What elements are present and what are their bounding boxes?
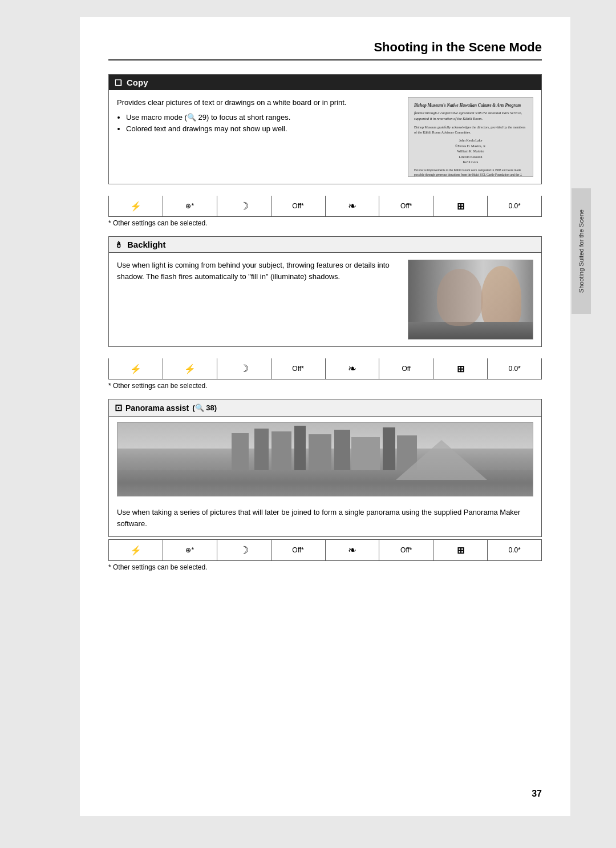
panorama-desc-text: Use when taking a series of pictures tha… xyxy=(117,508,520,528)
pan-setting-timer: ☽ xyxy=(217,540,271,560)
backlight-note-text: Other settings can be selected. xyxy=(113,382,207,390)
museum-subtitle: funded through a cooperative agreement w… xyxy=(414,110,527,122)
copy-text: Provides clear pictures of text or drawi… xyxy=(117,97,399,177)
exp-icon-pan: ⊞ xyxy=(457,545,464,556)
backlight-section: 🕯 Backlight Use when light is coming fro… xyxy=(108,236,542,347)
copy-setting-timer: ☽ xyxy=(217,196,271,216)
backlight-section-header: 🕯 Backlight xyxy=(109,237,541,253)
timer-icon: ☽ xyxy=(240,200,249,212)
backlight-section-content: Use when light is coming from behind you… xyxy=(109,253,541,346)
flash-icon: ⚡ xyxy=(130,201,141,212)
exp-icon: ⊞ xyxy=(457,201,464,212)
pan-setting-macro-val: Off* xyxy=(379,540,433,560)
panorama-note-text: Other settings can be selected. xyxy=(113,563,207,571)
panorama-description: Use when taking a series of pictures tha… xyxy=(109,502,541,536)
copy-setting-exp: ⊞ xyxy=(433,196,488,216)
copy-icon: ❏ xyxy=(115,78,122,87)
backlight-setting-timer: ☽ xyxy=(217,358,271,379)
museum-names: John Keola Lake ©Ferres D. Masiva, Jr. W… xyxy=(414,138,527,165)
copy-header-label: Copy xyxy=(127,78,148,87)
copy-setting-macro-val: Off* xyxy=(379,196,433,216)
copy-settings-bar: ⚡ ⊕* ☽ Off* ❧ Off* ⊞ 0.0* xyxy=(108,196,542,217)
copy-note: * Other settings can be selected. xyxy=(108,219,542,227)
exp-icon-bl: ⊞ xyxy=(457,364,464,374)
backlight-header-label: Backlight xyxy=(127,240,166,249)
pan-setting-timer-val: Off* xyxy=(271,540,326,560)
copy-setting-exp-val: 0.0* xyxy=(488,196,541,216)
backlight-description: Use when light is coming from behind you… xyxy=(117,260,399,282)
copy-setting-timer-val: Off* xyxy=(271,196,326,216)
backlight-setting-exp-val: 0.0* xyxy=(488,358,541,379)
wb-icon: ⊕* xyxy=(185,202,194,210)
macro-icon-bl: ❧ xyxy=(348,362,356,375)
panorama-asterisk: * xyxy=(108,563,113,571)
panorama-image xyxy=(117,422,533,496)
timer-icon-bl: ☽ xyxy=(240,362,249,375)
page-title: Shooting in the Scene Mode xyxy=(108,40,542,60)
copy-image: Bishop Museum's Native Hawaiian Culture … xyxy=(408,97,533,177)
copy-setting-flash: ⚡ xyxy=(109,196,163,216)
panorama-icon: ⊡ xyxy=(115,402,122,413)
panorama-section-header: ⊡ Panorama assist (🔍 38) xyxy=(109,399,541,417)
panorama-image-container xyxy=(109,417,541,502)
copy-section-header: ❏ Copy xyxy=(109,75,541,90)
museum-title: Bishop Museum's Native Hawaiian Culture … xyxy=(414,102,527,108)
copy-asterisk: * xyxy=(108,219,113,227)
backlight-icon: 🕯 xyxy=(115,240,123,249)
backlight-setting-macro: ❧ xyxy=(326,358,380,379)
sidebar-tab-label: Shooting Suited for the Scene xyxy=(577,209,585,293)
pan-setting-flash: ⚡ xyxy=(109,540,163,560)
pan-setting-exp: ⊞ xyxy=(433,540,488,560)
backlight-setting-exp: ⊞ xyxy=(433,358,488,379)
museum-body: Bishop Museum gratefully acknowledges th… xyxy=(414,125,527,136)
copy-section-content: Provides clear pictures of text or drawi… xyxy=(109,90,541,184)
macro-icon: ❧ xyxy=(348,200,356,212)
panorama-section: ⊡ Panorama assist (🔍 38) xyxy=(108,399,542,537)
backlight-asterisk: * xyxy=(108,382,113,390)
backlight-settings-bar: ⚡ ⚡ ☽ Off* ❧ Off ⊞ 0.0* xyxy=(108,358,542,379)
wb-icon-pan: ⊕* xyxy=(185,546,194,554)
pan-setting-exp-val: 0.0* xyxy=(488,540,541,560)
backlight-setting-flash2: ⚡ xyxy=(163,358,217,379)
copy-section: ❏ Copy Provides clear pictures of text o… xyxy=(108,74,542,184)
pan-setting-macro: ❧ xyxy=(326,540,380,560)
backlight-text: Use when light is coming from behind you… xyxy=(117,260,399,340)
backlight-setting-macro-val: Off xyxy=(379,358,433,379)
flash-icon-1: ⚡ xyxy=(130,364,141,374)
flash-icon-2: ⚡ xyxy=(184,364,196,374)
copy-description: Provides clear pictures of text or drawi… xyxy=(117,97,399,108)
page-number: 37 xyxy=(532,789,542,799)
macro-icon-pan: ❧ xyxy=(348,544,356,556)
panorama-note: * Other settings can be selected. xyxy=(108,563,542,571)
copy-bullet-1: Use macro mode (🔍 29) to focus at short … xyxy=(126,112,399,123)
sidebar-tab: Shooting Suited for the Scene xyxy=(572,188,591,314)
museum-footer: Extensive improvements to the Kāhili Roo… xyxy=(414,168,527,177)
backlight-image xyxy=(408,260,533,340)
panorama-header-label: Panorama assist xyxy=(125,403,189,413)
backlight-note: * Other settings can be selected. xyxy=(108,382,542,390)
panorama-settings-bar: ⚡ ⊕* ☽ Off* ❧ Off* ⊞ 0.0* xyxy=(108,539,542,561)
copy-setting-macro: ❧ xyxy=(326,196,380,216)
backlight-setting-flash1: ⚡ xyxy=(109,358,163,379)
backlight-setting-timer-val: Off* xyxy=(271,358,326,379)
page-container: Shooting in the Scene Mode ❏ Copy Provid… xyxy=(80,17,570,816)
panorama-header-ref: (🔍 38) xyxy=(192,403,217,412)
copy-bullets: Use macro mode (🔍 29) to focus at short … xyxy=(126,112,399,135)
copy-setting-wb: ⊕* xyxy=(163,196,217,216)
timer-icon-pan: ☽ xyxy=(240,544,249,556)
flash-icon-pan: ⚡ xyxy=(130,545,141,556)
pan-setting-wb: ⊕* xyxy=(163,540,217,560)
copy-note-text: Other settings can be selected. xyxy=(113,219,207,227)
copy-bullet-2: Colored text and drawings may not show u… xyxy=(126,123,399,135)
